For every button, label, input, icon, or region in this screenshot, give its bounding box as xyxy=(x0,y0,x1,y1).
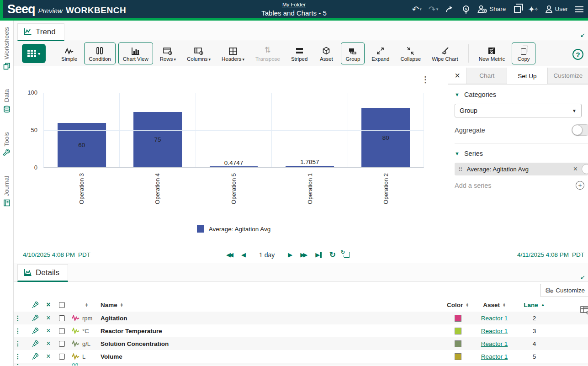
range-duration[interactable]: 1 day xyxy=(259,251,275,259)
row-color-swatch[interactable] xyxy=(455,353,461,360)
toolbar-copy-button[interactable]: Copy xyxy=(512,42,535,64)
chart-menu-kebab-icon[interactable]: ⋮ xyxy=(421,74,429,85)
help-icon[interactable]: ? xyxy=(572,49,583,60)
series-color-picker[interactable] xyxy=(582,164,588,174)
tab-customize[interactable]: Customize xyxy=(548,68,588,84)
toolbar-asset-button[interactable]: Asset xyxy=(314,42,338,64)
table-row[interactable]: ⋮ × L Volume Reactor 1 5 xyxy=(14,350,588,363)
column-header-color[interactable]: Color▲▼ xyxy=(444,302,471,308)
step-forward-full-icon[interactable]: ▶▶ xyxy=(300,252,307,258)
tab-set-up[interactable]: Set Up xyxy=(507,68,547,84)
toolbar-wipe-chart-button[interactable]: Wipe Chart xyxy=(428,42,462,64)
row-checkbox[interactable] xyxy=(59,341,65,347)
add-column-icon[interactable] xyxy=(580,306,588,314)
step-back-full-icon[interactable]: ◀◀ xyxy=(226,252,233,258)
tab-trend[interactable]: Trend xyxy=(17,23,64,41)
table-row[interactable]: ⋮ × rpm Agitation Reactor 1 2 xyxy=(14,312,588,324)
asset-link[interactable]: Reactor 1 xyxy=(481,353,508,360)
toolbar-expand-button[interactable]: Expand xyxy=(367,42,393,64)
row-color-swatch[interactable] xyxy=(455,340,461,347)
asset-link[interactable]: Reactor 1 xyxy=(481,328,508,334)
chart-bar[interactable] xyxy=(286,166,334,167)
row-checkbox[interactable] xyxy=(59,328,65,334)
details-customize-button[interactable]: ⚙⚙ Customize xyxy=(540,284,588,297)
row-menu-kebab-icon[interactable]: ⋮ xyxy=(14,314,22,322)
row-color-swatch[interactable] xyxy=(455,328,461,334)
range-end-datetime[interactable]: 4/11/2025 4:08 PMPDT xyxy=(517,251,584,258)
remove-all-icon[interactable]: × xyxy=(42,301,55,309)
categories-section-toggle[interactable]: ▼ Categories xyxy=(455,91,588,98)
rocket-icon[interactable] xyxy=(28,327,42,334)
row-menu-kebab-icon[interactable]: ⋮ xyxy=(14,340,22,347)
category-group-select[interactable]: Group ▼ xyxy=(455,104,582,117)
toolbar-collapse-button[interactable]: Collapse xyxy=(396,42,425,64)
table-mode-button[interactable]: ▾ xyxy=(22,44,46,63)
close-panel-icon[interactable]: × xyxy=(448,68,466,84)
toolbar-columns-button[interactable]: Columns▾ xyxy=(183,42,215,64)
step-forward-half-icon[interactable]: ▶ xyxy=(288,252,292,258)
row-checkbox[interactable] xyxy=(59,354,65,360)
toolbar-transpose-button[interactable]: ⇅ Transpose xyxy=(251,42,284,64)
rocket-icon[interactable] xyxy=(28,340,42,347)
sort-asset-icon[interactable]: ▲▼ xyxy=(503,302,506,308)
toolbar-new-metric-button[interactable]: New Metric xyxy=(475,42,509,64)
toolbar-chart-view-button[interactable]: Chart View xyxy=(118,42,153,64)
select-all-checkbox[interactable] xyxy=(59,302,65,308)
ai-assistant-icon[interactable]: ✦✧ xyxy=(528,5,538,14)
column-header-lane[interactable]: Lane▲ xyxy=(517,302,551,308)
toolbar-rows-button[interactable]: Rows▾ xyxy=(156,42,180,64)
table-row[interactable]: ⋮ × g/L Solution Concentration Reactor 1… xyxy=(14,337,588,350)
series-item[interactable]: ⠿ Average: Agitation Avg × xyxy=(455,163,588,175)
sort-name-icon[interactable]: ▲▼ xyxy=(120,302,123,308)
duplicate-worksheet-icon[interactable] xyxy=(513,6,521,13)
table-row[interactable]: ⋮ × °C Reactor Temperature Reactor 1 3 xyxy=(14,324,588,337)
remove-row-icon[interactable]: × xyxy=(42,314,55,322)
tab-details[interactable]: Details xyxy=(17,264,68,282)
step-to-now-icon[interactable]: ▶ xyxy=(315,252,322,258)
fast-forward-icon[interactable] xyxy=(445,5,455,13)
sidebar-item-worksheets[interactable]: Worksheets xyxy=(3,27,11,70)
toolbar-group-button[interactable]: Group xyxy=(341,42,365,64)
redo-icon[interactable]: ↷▾ xyxy=(429,5,438,14)
step-back-half-icon[interactable]: ◀ xyxy=(241,252,246,258)
remove-row-icon[interactable]: × xyxy=(42,327,55,335)
refresh-icon[interactable]: ↻ xyxy=(329,250,336,260)
my-folder-link[interactable]: My Folder xyxy=(282,2,306,7)
toolbar-striped-button[interactable]: Striped xyxy=(287,42,312,64)
sidebar-item-data[interactable]: Data xyxy=(3,89,11,113)
sidebar-item-tools[interactable]: Tools xyxy=(3,132,11,157)
add-series-plus-icon[interactable]: + xyxy=(576,181,584,190)
remove-row-icon[interactable]: × xyxy=(42,352,55,361)
rocket-icon[interactable] xyxy=(28,314,42,322)
asset-link[interactable]: Reactor 1 xyxy=(481,340,508,347)
rocket-icon[interactable] xyxy=(28,353,42,360)
toolbar-condition-button[interactable]: Condition xyxy=(84,42,116,64)
range-start-datetime[interactable]: 4/10/2025 4:08 PMPDT xyxy=(23,251,90,258)
collapse-details-panel-icon[interactable]: ↙ xyxy=(580,274,585,281)
share-button[interactable]: Share xyxy=(477,5,506,13)
chart-bar[interactable] xyxy=(210,166,258,167)
column-header-name[interactable]: Name▲▼ xyxy=(101,302,444,308)
series-section-toggle[interactable]: ▼ Series xyxy=(455,150,588,157)
toolbar-headers-button[interactable]: Headers▾ xyxy=(217,42,249,64)
collapse-trend-panel-icon[interactable]: ↙ xyxy=(580,32,585,38)
auto-update-icon[interactable] xyxy=(344,252,350,258)
aggregate-toggle[interactable] xyxy=(572,124,588,136)
column-header-asset[interactable]: Asset▲▼ xyxy=(471,302,517,308)
asset-link[interactable]: Reactor 1 xyxy=(481,315,508,322)
value-lightbulb-icon[interactable]: $ xyxy=(462,5,470,14)
hamburger-menu-icon[interactable] xyxy=(575,6,583,12)
remove-series-icon[interactable]: × xyxy=(573,165,577,173)
row-menu-kebab-icon[interactable]: ⋮ xyxy=(14,353,22,360)
sidebar-item-journal[interactable]: Journal xyxy=(3,176,11,207)
remove-row-icon[interactable]: × xyxy=(42,339,55,348)
drag-handle-icon[interactable]: ⠿ xyxy=(458,166,463,173)
row-checkbox[interactable] xyxy=(59,315,65,321)
row-color-swatch[interactable] xyxy=(455,315,461,322)
tab-chart[interactable]: Chart xyxy=(466,68,507,84)
row-menu-kebab-icon[interactable]: ⋮ xyxy=(14,327,22,334)
sort-color-icon[interactable]: ▲▼ xyxy=(466,302,469,308)
sort-unit-icon[interactable]: ▲▼ xyxy=(85,302,88,308)
user-menu[interactable]: User xyxy=(545,5,568,13)
undo-icon[interactable]: ↶▾ xyxy=(412,5,421,14)
